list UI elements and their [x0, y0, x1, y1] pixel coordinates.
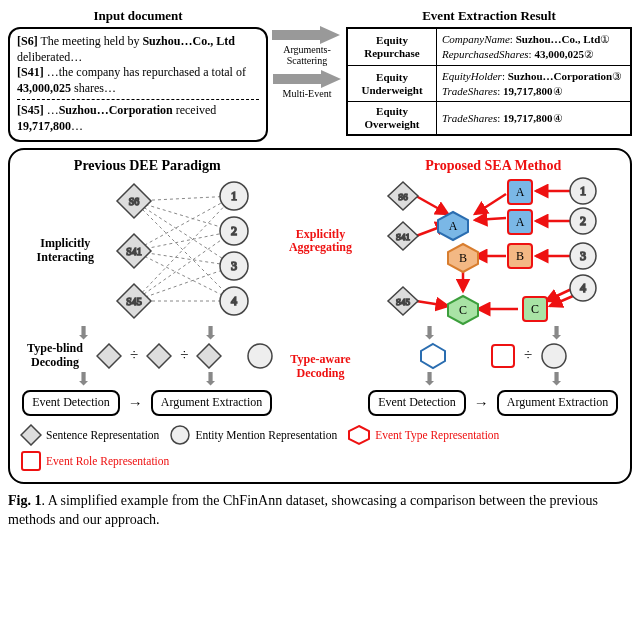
svg-text:S41: S41 [396, 232, 410, 242]
table-row: Equity Underweight EquityHolder: Suzhou…… [347, 65, 631, 102]
s45-mid: received [173, 103, 217, 117]
svg-text:A: A [516, 215, 525, 229]
svg-text:B: B [459, 251, 467, 265]
svg-text:1: 1 [580, 184, 586, 198]
hexagon-icon [418, 342, 448, 370]
event-details-cell: EquityHolder: Suzhou…Corporation③ TradeS… [437, 65, 632, 102]
legend-sentence: Sentence Representation [20, 424, 159, 446]
legend-event-role: Event Role Representation [20, 450, 169, 472]
fig-number: Fig. 1 [8, 493, 41, 508]
svg-text:S6: S6 [129, 196, 140, 207]
input-document-box: [S6] The meeting held by Suzhou…Co., Ltd… [8, 27, 268, 142]
event-detection-box: Event Detection [368, 390, 466, 416]
diamond-icon [20, 424, 42, 446]
svg-text:3: 3 [580, 249, 586, 263]
arrows-column: Arguments-Scattering Multi-Event [272, 8, 342, 99]
circle-icon [169, 424, 191, 446]
sentence-s6: [S6] The meeting held by Suzhou…Co., Ltd… [17, 34, 259, 65]
result-table: Equity Repurchase CompanyName: Suzhou…Co… [346, 27, 632, 136]
right-arrow-icon: → [472, 395, 491, 412]
svg-marker-78 [349, 426, 369, 444]
s6-pre: The meeting held by [38, 34, 143, 48]
sentence-s45: [S45] …Suzhou…Corporation received 19,71… [17, 103, 259, 134]
event-type-cell: Equity Overweight [347, 102, 437, 135]
plus-icon: ÷ [128, 347, 140, 364]
svg-marker-73 [421, 344, 445, 368]
svg-point-77 [171, 426, 189, 444]
down-arrow-icon: ⬇ [549, 372, 564, 386]
event-details-cell: CompanyName: Suzhou…Co., Ltd① Repurchase… [437, 28, 632, 65]
svg-text:1: 1 [231, 189, 237, 203]
svg-point-75 [542, 344, 566, 368]
svg-text:A: A [449, 219, 458, 233]
top-row: Input document [S6] The meeting held by … [8, 8, 632, 142]
s41-num: 43,000,025 [17, 81, 71, 95]
svg-marker-28 [97, 344, 121, 368]
table-row: Equity Repurchase CompanyName: Suzhou…Co… [347, 28, 631, 65]
svg-text:2: 2 [231, 224, 237, 238]
typeaware-label: Type-aware Decoding [278, 353, 362, 381]
svg-line-12 [134, 266, 234, 301]
argument-extraction-box: Argument Extraction [151, 390, 272, 416]
doc-divider [17, 99, 259, 100]
sea-graph-icon: S6 S41 S45 A B C A A B C [378, 176, 608, 326]
proposed-title: Proposed SEA Method [425, 158, 561, 174]
event-detection-box: Event Detection [22, 390, 120, 416]
down-arrow-icon: ⬇ [203, 326, 218, 340]
svg-text:B: B [516, 249, 524, 263]
s41-pre: …the company has repurchased a total of [44, 65, 246, 79]
event-type-cell: Equity Repurchase [347, 28, 437, 65]
circle-icon [246, 342, 274, 370]
sentence-s41: [S41] …the company has repurchased a tot… [17, 65, 259, 96]
arrow-label-1: Arguments-Scattering [272, 44, 342, 66]
legend: Sentence Representation Entity Mention R… [20, 424, 620, 472]
down-arrow-icon: ⬇ [203, 372, 218, 386]
svg-rect-79 [22, 452, 40, 470]
svg-text:S6: S6 [398, 192, 408, 202]
arrow-icon [272, 26, 340, 44]
svg-line-32 [416, 196, 448, 214]
typeblind-label: Type-blind Decoding [20, 342, 90, 370]
s45-company: Suzhou…Corporation [59, 103, 173, 117]
prop-stage-row: Event Detection → Argument Extraction [368, 390, 618, 416]
s41-tag: [S41] [17, 65, 44, 79]
svg-marker-0 [272, 26, 340, 44]
arrow-arguments-scattering: Arguments-Scattering [272, 26, 342, 66]
decode-shapes-prev: ÷ ÷ [96, 342, 274, 370]
previous-title: Previous DEE Paradigm [74, 158, 221, 174]
proposed-paradigm: Proposed SEA Method [366, 158, 620, 417]
s45-pre: … [44, 103, 59, 117]
svg-line-6 [134, 196, 234, 251]
arrow-icon [273, 70, 341, 88]
argument-extraction-box: Argument Extraction [497, 390, 618, 416]
square-icon [20, 450, 42, 472]
input-title: Input document [8, 8, 268, 24]
down-arrow-icon: ⬇ [549, 326, 564, 340]
legend-event-type: Event Type Representation [347, 424, 499, 446]
down-arrows: ⬇ ⬇ [366, 326, 620, 340]
s41-post: shares… [71, 81, 116, 95]
svg-text:C: C [531, 302, 539, 316]
down-arrow-icon: ⬇ [76, 372, 91, 386]
svg-marker-76 [21, 425, 41, 445]
s6-post: deliberated… [17, 50, 82, 64]
arrow-label-2: Multi-Event [273, 88, 341, 99]
prev-stage-row: Event Detection → Argument Extraction [22, 390, 272, 416]
result-column: Event Extraction Result Equity Repurchas… [346, 8, 632, 136]
down-arrows: ⬇ ⬇ [20, 372, 274, 386]
bipartite-graph-icon: S6 S41 S45 1 2 3 4 [104, 176, 264, 326]
main-diagram-box: Previous DEE Paradigm Implicitly Interac… [8, 148, 632, 485]
svg-marker-29 [147, 344, 171, 368]
svg-text:S45: S45 [396, 297, 411, 307]
svg-marker-1 [273, 70, 341, 88]
event-type-cell: Equity Underweight [347, 65, 437, 102]
diamond-icon [196, 343, 222, 369]
svg-text:C: C [459, 303, 467, 317]
svg-text:3: 3 [231, 259, 237, 273]
s45-tag: [S45] [17, 103, 44, 117]
figure-caption: Fig. 1. A simplified example from the Ch… [8, 492, 632, 530]
implicit-label: Implicitly Interacting [30, 237, 100, 265]
previous-paradigm: Previous DEE Paradigm Implicitly Interac… [20, 158, 274, 417]
down-arrow-icon: ⬇ [422, 372, 437, 386]
diamond-icon [146, 343, 172, 369]
